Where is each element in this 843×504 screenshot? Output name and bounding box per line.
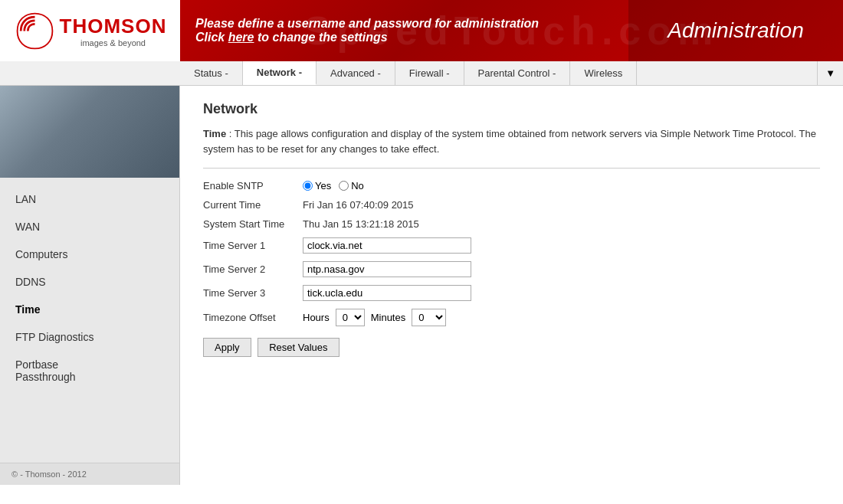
logo-area: THOMSON images & beyond [0,0,180,61]
current-time-value: Fri Jan 16 07:40:09 2015 [303,199,414,211]
header: THOMSON images & beyond SpeedTouch.com P… [0,0,843,61]
page-description: Time : This page allows configuration an… [203,126,820,156]
sidebar-nav: LAN WAN Computers DDNS Time FTP Diagnost… [0,178,179,398]
nav-item-network[interactable]: Network - [243,61,317,85]
nav-item-status[interactable]: Status - [180,61,243,85]
nav-label-wireless: Wireless [584,67,622,79]
section-label: Time [203,128,226,139]
header-message: Please define a username and password fo… [195,17,539,44]
header-message-line1: Please define a username and password fo… [195,17,539,31]
nav-label-firewall: Firewall - [409,67,450,79]
divider [203,168,820,169]
sidebar-footer: © - Thomson - 2012 [0,463,179,485]
sidebar-person-image [0,86,179,178]
system-start-label: System Start Time [203,218,303,230]
header-title: Administration [628,0,843,61]
hours-label: Hours [303,312,330,323]
minutes-label: Minutes [371,312,406,323]
nav-extra: ▼ [817,61,843,85]
sntp-yes-label[interactable]: Yes [303,180,331,191]
system-start-value: Thu Jan 15 13:21:18 2015 [303,218,419,230]
time-server1-input[interactable] [303,237,471,254]
nav-label-parental: Parental Control - [478,67,556,79]
enable-sntp-row: Enable SNTP Yes No [203,180,820,191]
header-click-suffix: to change the settings [254,31,387,44]
sntp-yes-radio[interactable] [303,181,313,191]
logo-wrapper: THOMSON images & beyond [14,10,167,52]
form-section: Enable SNTP Yes No Current Time Fri Jan … [203,180,820,357]
page-title: Network [203,101,820,117]
nav-label-advanced: Advanced - [330,67,381,79]
sntp-no-text: No [351,180,364,191]
nav-item-parental[interactable]: Parental Control - [464,61,571,85]
header-message-line2: Click here to change the settings [195,31,539,44]
logo-brand: THOMSON [60,15,167,38]
current-time-label: Current Time [203,199,303,211]
sidebar-image [0,86,179,178]
sidebar-item-time[interactable]: Time [0,296,179,323]
time-server1-row: Time Server 1 [203,237,820,254]
sidebar-item-ddns[interactable]: DDNS [0,268,179,296]
reset-button[interactable]: Reset Values [257,338,339,357]
current-time-row: Current Time Fri Jan 16 07:40:09 2015 [203,199,820,211]
enable-sntp-radio-group: Yes No [303,180,364,191]
system-start-row: System Start Time Thu Jan 15 13:21:18 20… [203,218,820,230]
time-server3-row: Time Server 3 [203,285,820,301]
logo-tagline: images & beyond [60,38,167,47]
main-layout: LAN WAN Computers DDNS Time FTP Diagnost… [0,86,843,485]
sntp-yes-text: Yes [315,180,331,191]
time-server3-label: Time Server 3 [203,287,303,299]
apply-button[interactable]: Apply [203,338,251,357]
nav-label-network: Network - [257,67,302,78]
header-here-link[interactable]: here [228,31,254,44]
time-server2-input[interactable] [303,261,471,277]
nav-label-status: Status - [194,67,228,79]
sidebar: LAN WAN Computers DDNS Time FTP Diagnost… [0,86,180,485]
header-click-prefix: Click [195,31,228,44]
hours-select[interactable]: 0 1 2 3 4 5 6 [336,309,365,326]
content-area: Network Time : This page allows configur… [180,86,843,485]
time-server2-row: Time Server 2 [203,261,820,277]
nav-scroll-icon: ▼ [825,67,835,79]
timezone-controls: Hours 0 1 2 3 4 5 6 Minutes 0 15 30 [303,309,446,326]
time-server2-label: Time Server 2 [203,263,303,275]
header-content: SpeedTouch.com Please define a username … [180,0,843,61]
logo-text: THOMSON images & beyond [60,15,167,47]
sntp-no-label[interactable]: No [339,180,364,191]
sidebar-item-ftp[interactable]: FTP Diagnostics [0,323,179,351]
nav-bar: Status - Network - Advanced - Firewall -… [0,61,843,86]
nav-item-firewall[interactable]: Firewall - [395,61,464,85]
sidebar-item-portbase[interactable]: PortbasePassthrough [0,351,179,391]
sidebar-item-computers[interactable]: Computers [0,241,179,268]
section-description: : This page allows configuration and dis… [203,128,816,155]
enable-sntp-label: Enable SNTP [203,180,303,191]
sidebar-item-lan[interactable]: LAN [0,185,179,213]
nav-item-advanced[interactable]: Advanced - [317,61,395,85]
sidebar-item-wan[interactable]: WAN [0,213,179,241]
header-title-text: Administration [668,18,803,43]
nav-item-wireless[interactable]: Wireless [570,61,637,85]
sntp-no-radio[interactable] [339,181,349,191]
timezone-row: Timezone Offset Hours 0 1 2 3 4 5 6 Minu… [203,309,820,326]
timezone-label: Timezone Offset [203,312,303,323]
button-row: Apply Reset Values [203,338,820,357]
time-server1-label: Time Server 1 [203,240,303,251]
minutes-select[interactable]: 0 15 30 45 [412,309,446,326]
logo-arc-icon [14,10,56,52]
time-server3-input[interactable] [303,285,471,301]
